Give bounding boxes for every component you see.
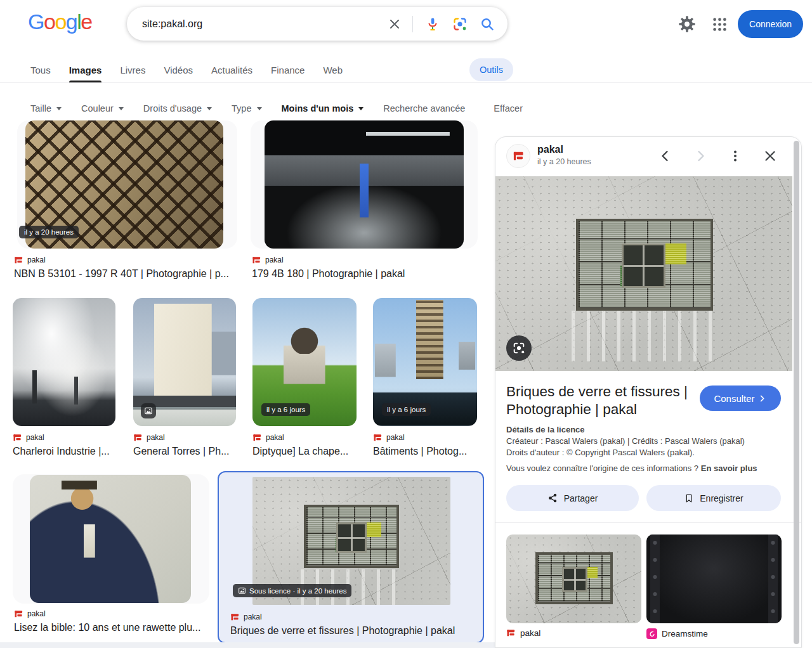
filter-type[interactable]: Type bbox=[232, 103, 261, 113]
gear-icon[interactable] bbox=[678, 15, 697, 34]
result-caption[interactable]: pakal Lisez la bible: 10 ans et une rawe… bbox=[14, 608, 211, 633]
result-caption[interactable]: pakal 179 4B 180 | Photographie | pakal bbox=[252, 254, 475, 280]
filter-taille[interactable]: Taille bbox=[30, 103, 62, 113]
result-source: pakal bbox=[27, 609, 46, 618]
tab-tous[interactable]: Tous bbox=[30, 57, 51, 82]
result-title[interactable]: 179 4B 180 | Photographie | pakal bbox=[252, 268, 475, 280]
result-caption[interactable]: pakal Briques de verre et fissures | Pho… bbox=[230, 611, 474, 637]
window-center-frame bbox=[622, 243, 665, 288]
time-badge: il y a 6 jours bbox=[261, 403, 310, 416]
result-caption[interactable]: pakal Charleroi Industrie |... bbox=[13, 432, 129, 457]
result-caption[interactable]: pakal General Torres | Ph... bbox=[133, 432, 250, 457]
result-card-selected[interactable]: Sous licence · il y a 20 heures pakal Br… bbox=[218, 471, 484, 644]
signin-button[interactable]: Connexion bbox=[738, 10, 803, 38]
mic-icon[interactable] bbox=[425, 16, 440, 32]
panel-controls bbox=[658, 148, 778, 164]
save-button[interactable]: Enregistrer bbox=[646, 485, 781, 511]
result-title[interactable]: Bâtiments | Photog... bbox=[373, 446, 482, 457]
tab-videos[interactable]: Vidéos bbox=[164, 57, 193, 82]
search-bar[interactable]: site:pakal.org bbox=[127, 7, 508, 41]
learn-more-link[interactable]: En savoir plus bbox=[701, 463, 757, 473]
next-section-edge bbox=[0, 642, 495, 648]
result-caption[interactable]: pakal Bâtiments | Photog... bbox=[373, 432, 482, 457]
result-card[interactable] bbox=[13, 474, 209, 604]
close-icon[interactable] bbox=[763, 148, 778, 164]
filter-droits-usage[interactable]: Droits d'usage bbox=[143, 103, 212, 113]
result-thumbnail[interactable] bbox=[133, 298, 236, 426]
chevron-left-icon[interactable] bbox=[658, 148, 673, 164]
window-center-frame bbox=[336, 522, 367, 553]
tab-finance[interactable]: Finance bbox=[271, 57, 304, 82]
result-source: pakal bbox=[244, 612, 262, 621]
licensable-icon bbox=[238, 586, 246, 595]
license-rights: Droits d'auteur : © Copyright Pascal Wal… bbox=[506, 447, 783, 458]
result-title[interactable]: Briques de verre et fissures | Photograp… bbox=[230, 625, 474, 637]
chevron-forward-icon bbox=[757, 394, 767, 403]
search-input[interactable]: site:pakal.org bbox=[142, 18, 375, 30]
tab-actualites[interactable]: Actualités bbox=[211, 57, 252, 82]
search-inside-image-button[interactable] bbox=[506, 335, 532, 361]
related-image[interactable] bbox=[646, 535, 782, 623]
preview-image[interactable] bbox=[495, 176, 792, 371]
related-source[interactable]: Dreamstime bbox=[646, 628, 708, 639]
result-thumbnail[interactable] bbox=[30, 475, 191, 603]
lens-icon[interactable] bbox=[452, 16, 468, 32]
result-thumbnail[interactable]: il y a 6 jours bbox=[252, 298, 357, 426]
yellow-glass-block bbox=[665, 243, 686, 264]
clear-filters-button[interactable]: Effacer bbox=[494, 103, 523, 113]
result-thumbnail[interactable]: il y a 6 jours bbox=[373, 298, 477, 426]
result-thumbnail[interactable] bbox=[13, 298, 115, 426]
result-caption[interactable]: pakal NBN B 53101 - 1997 R 40T | Photogr… bbox=[14, 254, 237, 280]
result-card[interactable] bbox=[251, 120, 478, 249]
result-source: pakal bbox=[386, 433, 405, 442]
panel-source-name[interactable]: pakal bbox=[537, 144, 563, 155]
image-title[interactable]: Briques de verre et fissures | Photograp… bbox=[506, 383, 697, 418]
panel-scrollbar[interactable] bbox=[794, 141, 799, 644]
result-source: pakal bbox=[266, 433, 284, 442]
logo-letter: g bbox=[66, 10, 77, 34]
panel-timestamp: il y a 20 heures bbox=[537, 157, 591, 166]
chevron-down-icon bbox=[358, 107, 363, 110]
result-title[interactable]: Lisez la bible: 10 ans et une rawette pl… bbox=[14, 622, 211, 633]
advanced-search-link[interactable]: Recherche avancée bbox=[383, 103, 465, 113]
metal-strip bbox=[650, 535, 660, 623]
result-title[interactable]: Diptyque] La chape... bbox=[252, 446, 369, 457]
result-title[interactable]: General Torres | Ph... bbox=[133, 446, 250, 457]
filter-date-active[interactable]: Moins d'un mois bbox=[282, 103, 364, 113]
yellow-glass-block bbox=[586, 567, 598, 578]
more-vert-icon[interactable] bbox=[728, 148, 743, 164]
chevron-right-icon[interactable] bbox=[693, 148, 708, 164]
google-logo[interactable]: Google bbox=[28, 10, 92, 34]
related-source[interactable]: pakal bbox=[506, 628, 540, 638]
pakal-logo-icon bbox=[230, 612, 240, 622]
tabs-divider bbox=[0, 82, 812, 83]
related-image[interactable] bbox=[506, 535, 641, 623]
result-title[interactable]: NBN B 53101 - 1997 R 40T | Photographie … bbox=[14, 268, 237, 280]
image-filter-bar: Taille Couleur Droits d'usage Type Moins… bbox=[30, 99, 523, 118]
visit-button[interactable]: Consulter bbox=[700, 386, 781, 411]
result-caption[interactable]: pakal Diptyque] La chape... bbox=[252, 432, 369, 457]
filter-couleur[interactable]: Couleur bbox=[81, 103, 124, 113]
logo-letter: e bbox=[81, 10, 91, 34]
share-button[interactable]: Partager bbox=[506, 485, 639, 511]
chevron-down-icon bbox=[119, 107, 124, 110]
licensable-icon bbox=[141, 403, 156, 418]
apps-grid-icon[interactable] bbox=[711, 16, 728, 33]
result-source: pakal bbox=[265, 256, 284, 264]
pakal-logo-icon bbox=[13, 433, 22, 443]
result-source: pakal bbox=[27, 256, 46, 264]
result-card[interactable]: il y a 20 heures bbox=[17, 120, 237, 249]
tab-livres[interactable]: Livres bbox=[120, 57, 145, 82]
panel-divider bbox=[495, 522, 801, 523]
lens-camera-icon bbox=[512, 341, 526, 355]
license-details: Détails de la licence Créateur : Pascal … bbox=[506, 424, 783, 474]
clear-icon[interactable] bbox=[387, 16, 402, 32]
search-icon[interactable] bbox=[480, 16, 495, 32]
result-thumbnail[interactable] bbox=[265, 120, 464, 249]
tools-button[interactable]: Outils bbox=[469, 58, 513, 81]
pakal-logo-icon bbox=[252, 433, 262, 443]
image-detail-panel: pakal il y a 20 heures Briques de verre … bbox=[495, 136, 802, 648]
tab-images[interactable]: Images bbox=[69, 57, 102, 82]
result-title[interactable]: Charleroi Industrie |... bbox=[13, 446, 129, 457]
tab-web[interactable]: Web bbox=[323, 57, 343, 82]
